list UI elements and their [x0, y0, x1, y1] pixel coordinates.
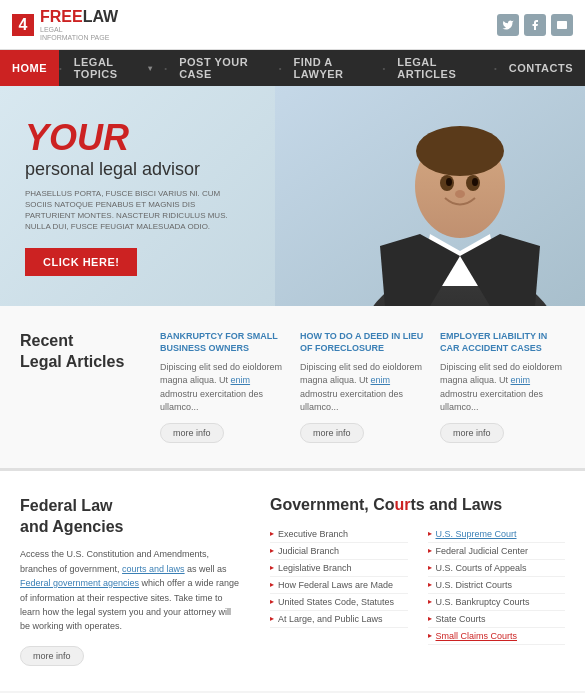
hero-subtitle: personal legal advisor: [25, 159, 245, 180]
government-column: Government, Courts and Laws Executive Br…: [270, 496, 565, 666]
gov-item-district: U.S. District Courts: [428, 577, 566, 594]
article-more-btn-1[interactable]: more info: [300, 423, 364, 443]
hero-your-label: YOUR: [25, 117, 245, 159]
article-title-0: BANKRUPTCY FOR SMALL BUSINESS OWNERS: [160, 331, 285, 354]
logo-free-text: FREE: [40, 8, 83, 26]
hero-body-text: PHASELLUS PORTA, FUSCE BISCI VARIUS NI. …: [25, 188, 245, 233]
mail-icon[interactable]: [551, 14, 573, 36]
government-lists: Executive Branch Judicial Branch Legisla…: [270, 526, 565, 645]
articles-section-title: Recent Legal Articles: [20, 331, 140, 442]
article-card-0: BANKRUPTCY FOR SMALL BUSINESS OWNERS Dip…: [160, 331, 285, 442]
gov-item-state: State Courts: [428, 611, 566, 628]
article-body-0: Dipiscing elit sed do eioldorem magna al…: [160, 361, 285, 415]
government-title: Government, Courts and Laws: [270, 496, 565, 514]
logo-area: 4 FREE LAW LEGALINFORMATION PAGE: [12, 8, 118, 41]
main-nav: HOME • LEGAL TOPICS ▾ • POST YOUR CASE •…: [0, 50, 585, 86]
gov-item-judicial: Judicial Branch: [270, 543, 408, 560]
gov-item-small-claims: Small Claims Courts: [428, 628, 566, 645]
facebook-icon[interactable]: [524, 14, 546, 36]
federal-more-btn[interactable]: more info: [20, 646, 84, 666]
article-link-0[interactable]: enim: [231, 375, 251, 385]
gov-item-legislative: Legislative Branch: [270, 560, 408, 577]
article-link-2[interactable]: enim: [511, 375, 531, 385]
article-card-1: HOW TO DO A DEED IN LIEU OF FORECLOSURE …: [300, 331, 425, 442]
gov-item-public-laws: At Large, and Public Laws: [270, 611, 408, 628]
gov-list-right: U.S. Supreme Court Federal Judicial Cent…: [428, 526, 566, 645]
svg-point-12: [455, 190, 465, 198]
federal-body: Access the U.S. Constitution and Amendme…: [20, 547, 240, 633]
gov-item-appeals: U.S. Courts of Appeals: [428, 560, 566, 577]
article-more-btn-0[interactable]: more info: [160, 423, 224, 443]
article-title-2: EMPLOYER LIABILITY IN CAR ACCIDENT CASES: [440, 331, 565, 354]
logo-number: 4: [12, 14, 34, 36]
svg-point-4: [416, 126, 504, 176]
nav-home[interactable]: HOME: [0, 50, 59, 86]
article-body-2: Dipiscing elit sed do eioldorem magna al…: [440, 361, 565, 415]
gov-item-executive: Executive Branch: [270, 526, 408, 543]
federal-title: Federal Law and Agencies: [20, 496, 240, 538]
government-title-highlight: ur: [394, 496, 410, 513]
small-claims-link[interactable]: Small Claims Courts: [436, 631, 518, 641]
svg-point-11: [472, 178, 478, 186]
nav-find-lawyer[interactable]: FIND A LAWYER: [282, 50, 383, 86]
article-more-btn-2[interactable]: more info: [440, 423, 504, 443]
federal-link-agencies[interactable]: Federal government agencies: [20, 578, 139, 588]
gov-item-statutes: United States Code, Statutes: [270, 594, 408, 611]
article-card-2: EMPLOYER LIABILITY IN CAR ACCIDENT CASES…: [440, 331, 565, 442]
svg-point-10: [446, 178, 452, 186]
article-body-1: Dipiscing elit sed do eioldorem magna al…: [300, 361, 425, 415]
nav-contacts[interactable]: CONTACTS: [497, 50, 585, 86]
nav-legal-articles[interactable]: LEGAL ARTICLES: [385, 50, 494, 86]
articles-grid: BANKRUPTCY FOR SMALL BUSINESS OWNERS Dip…: [160, 331, 565, 442]
articles-title: Recent Legal Articles: [20, 331, 140, 373]
hero-section: YOUR personal legal advisor PHASELLUS PO…: [0, 86, 585, 306]
hero-person-image: [275, 86, 585, 306]
gov-item-supreme: U.S. Supreme Court: [428, 526, 566, 543]
federal-link-courts[interactable]: courts and laws: [122, 564, 185, 574]
gov-item-how-laws: How Federal Laws are Made: [270, 577, 408, 594]
logo-text: FREE LAW LEGALINFORMATION PAGE: [40, 8, 118, 41]
article-title-1: HOW TO DO A DEED IN LIEU OF FORECLOSURE: [300, 331, 425, 354]
logo-subtitle: LEGALINFORMATION PAGE: [40, 26, 118, 41]
logo-law-text: LAW: [83, 8, 119, 26]
hero-cta-button[interactable]: CLICK HERE!: [25, 248, 137, 276]
hero-content: YOUR personal legal advisor PHASELLUS PO…: [0, 87, 270, 307]
gov-item-bankruptcy: U.S. Bankruptcy Courts: [428, 594, 566, 611]
site-header: 4 FREE LAW LEGALINFORMATION PAGE: [0, 0, 585, 50]
articles-section: Recent Legal Articles BANKRUPTCY FOR SMA…: [0, 306, 585, 467]
twitter-icon[interactable]: [497, 14, 519, 36]
federal-column: Federal Law and Agencies Access the U.S.…: [20, 496, 240, 666]
nav-post-case[interactable]: POST YOUR CASE: [167, 50, 279, 86]
social-icons: [497, 14, 573, 36]
supreme-court-link[interactable]: U.S. Supreme Court: [436, 529, 517, 539]
article-link-1[interactable]: enim: [371, 375, 391, 385]
gov-list-left: Executive Branch Judicial Branch Legisla…: [270, 526, 408, 645]
bottom-section: Federal Law and Agencies Access the U.S.…: [0, 471, 585, 691]
nav-legal-topics[interactable]: LEGAL TOPICS ▾: [62, 50, 165, 86]
gov-item-judicial-center: Federal Judicial Center: [428, 543, 566, 560]
